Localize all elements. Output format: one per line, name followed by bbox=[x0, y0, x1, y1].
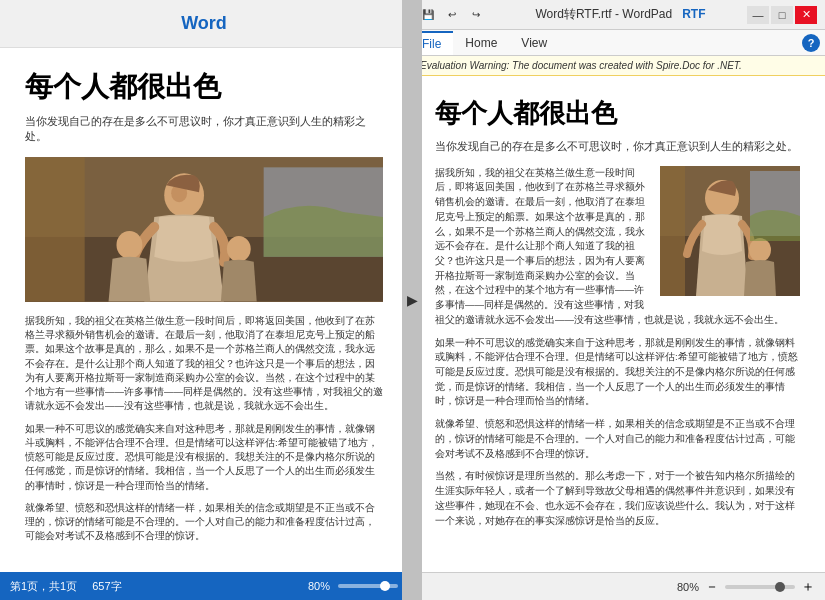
svg-point-5 bbox=[116, 231, 142, 259]
tab-home[interactable]: Home bbox=[453, 32, 509, 54]
word-word-count: 657字 bbox=[92, 579, 121, 594]
word-body-para-1: 据我所知，我的祖父在英格兰做生意一段时间后，即将返回美国，他收到了在苏格兰寻求额… bbox=[25, 314, 383, 414]
rtf-subtitle: 当你发现自己的存在是多么不可思议时，你才真正意识到人生的精彩之处。 bbox=[435, 139, 800, 154]
word-painting-image bbox=[25, 157, 383, 302]
word-body-para-3: 就像希望、愤怒和恐惧这样的情绪一样，如果相关的信念或期望是不正当或不合理的，惊讶… bbox=[25, 501, 383, 544]
rtf-warning-bar: Evaluation Warning: The document was cre… bbox=[410, 56, 825, 76]
word-panel: Word 每个人都很出色 当你发现自己的存在是多么不可思议时，你才真正意识到人生… bbox=[0, 0, 410, 600]
rtf-toolbar-icons: 💾 ↩ ↪ bbox=[418, 6, 486, 24]
undo-icon[interactable]: ↩ bbox=[442, 6, 462, 24]
rtf-zoom-level: 80% bbox=[677, 581, 699, 593]
rtf-content-area: 每个人都很出色 当你发现自己的存在是多么不可思议时，你才真正意识到人生的精彩之处… bbox=[410, 76, 825, 572]
word-app-title: Word bbox=[181, 13, 227, 34]
word-zoom-level: 80% bbox=[308, 580, 330, 592]
rtf-zoom-slider[interactable] bbox=[725, 585, 795, 589]
word-main-heading: 每个人都很出色 bbox=[25, 68, 383, 106]
word-zoom-thumb[interactable] bbox=[380, 581, 390, 591]
word-body-para-2: 如果一种不可思议的感觉确实来自对这种思考，那就是刚刚发生的事情，就像钢斗或胸料，… bbox=[25, 422, 383, 493]
rtf-ribbon: File Home View ? bbox=[410, 30, 825, 56]
word-title-bar: Word bbox=[0, 0, 408, 48]
window-controls: — □ ✕ bbox=[747, 6, 817, 24]
rtf-panel: 💾 ↩ ↪ Word转RTF.rtf - WordPad RTF — □ ✕ F… bbox=[410, 0, 825, 600]
zoom-minus-icon[interactable]: － bbox=[705, 578, 719, 596]
svg-rect-2 bbox=[25, 157, 85, 301]
word-content-area: 每个人都很出色 当你发现自己的存在是多么不可思议时，你才真正意识到人生的精彩之处… bbox=[0, 48, 408, 572]
redo-icon[interactable]: ↪ bbox=[466, 6, 486, 24]
rtf-zoom-area: 80% － ＋ bbox=[677, 578, 815, 596]
word-status-bar: 第1页，共1页 657字 80% bbox=[0, 572, 408, 600]
rtf-body-para-4: 当然，有时候惊讶是理所当然的。那么考虑一下，对于一个被告知内格尔所描绘的生涯实际… bbox=[435, 469, 800, 528]
rtf-window-title: Word转RTF.rtf - WordPad RTF bbox=[494, 6, 747, 23]
rtf-title-bar: 💾 ↩ ↪ Word转RTF.rtf - WordPad RTF — □ ✕ bbox=[410, 0, 825, 30]
minimize-button[interactable]: — bbox=[747, 6, 769, 24]
painting-background bbox=[25, 157, 383, 302]
svg-point-12 bbox=[749, 238, 771, 262]
tab-view[interactable]: View bbox=[509, 32, 559, 54]
help-button[interactable]: ? bbox=[802, 34, 820, 52]
rtf-body-para-3: 就像希望、愤怒和恐惧这样的情绪一样，如果相关的信念或期望是不正当或不合理的，惊讶… bbox=[435, 417, 800, 461]
rtf-painting-image bbox=[660, 166, 800, 296]
rtf-title-filename: Word转RTF.rtf - WordPad bbox=[535, 7, 672, 21]
rtf-title-badge: RTF bbox=[682, 7, 705, 21]
rtf-painting-svg bbox=[660, 166, 800, 296]
rtf-warning-text: Evaluation Warning: The document was cre… bbox=[420, 60, 742, 71]
word-page-info: 第1页，共1页 bbox=[10, 579, 77, 594]
word-subtitle: 当你发现自己的存在是多么不可思议时，你才真正意识到人生的精彩之处。 bbox=[25, 114, 383, 145]
arrow-right-icon: ▶ bbox=[407, 292, 418, 308]
zoom-plus-icon[interactable]: ＋ bbox=[801, 578, 815, 596]
svg-rect-10 bbox=[660, 166, 685, 296]
close-button[interactable]: ✕ bbox=[795, 6, 817, 24]
rtf-zoom-thumb[interactable] bbox=[775, 582, 785, 592]
rtf-body-para-2: 如果一种不可思议的感觉确实来自于这种思考，那就是刚刚发生的事情，就像钢料或胸料，… bbox=[435, 336, 800, 410]
word-zoom-slider[interactable] bbox=[338, 584, 398, 588]
svg-point-6 bbox=[227, 236, 251, 262]
word-zoom-area: 80% bbox=[308, 580, 398, 592]
panel-separator: ▶ bbox=[402, 0, 422, 600]
rtf-painting-background bbox=[660, 166, 800, 296]
rtf-status-bar: 80% － ＋ bbox=[410, 572, 825, 600]
painting-svg bbox=[25, 157, 383, 302]
rtf-main-heading: 每个人都很出色 bbox=[435, 96, 800, 131]
maximize-button[interactable]: □ bbox=[771, 6, 793, 24]
